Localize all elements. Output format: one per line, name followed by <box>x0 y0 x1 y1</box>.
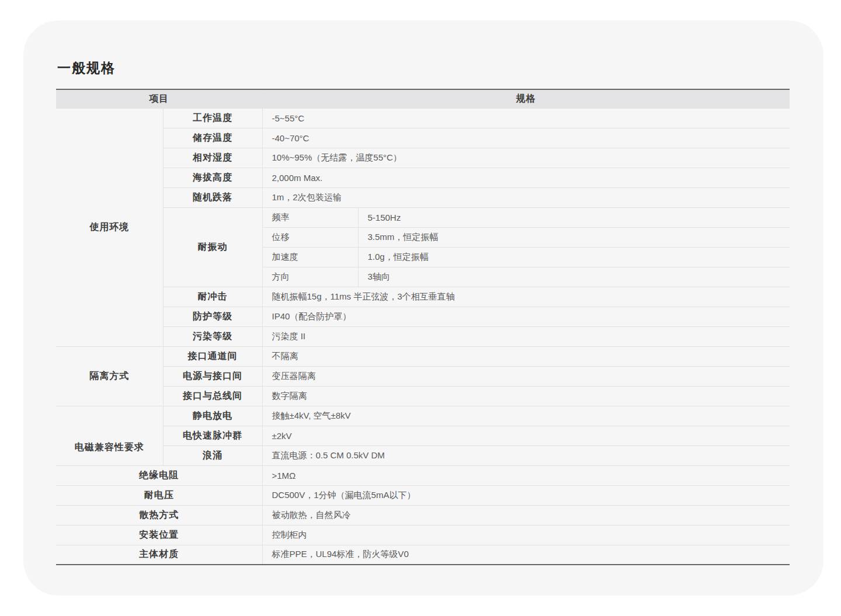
cell-subkey-vibration-frequency: 频率 <box>262 207 358 227</box>
cell-label-electrostatic-discharge: 静电放电 <box>163 406 262 426</box>
spec-row-mounting-location: 安装位置控制柜内 <box>56 525 790 545</box>
spec-row-body-material: 主体材质标准PPE，UL94标准，防火等级V0 <box>56 545 790 565</box>
page-title: 一般规格 <box>57 59 116 77</box>
spec-row-electrostatic-discharge: 电磁兼容性要求静电放电接触±4kV, 空气±8kV <box>56 406 790 426</box>
cell-label-insulation-resistance: 绝缘电阻 <box>56 465 262 485</box>
cell-value-altitude: 2,000m Max. <box>262 168 790 187</box>
label-vibration-resistance: 耐振动 <box>163 207 262 287</box>
cell-value-surge: 直流电源：0.5 CM 0.5kV DM <box>262 446 790 465</box>
cell-label-protection-rating: 防护等级 <box>163 307 262 326</box>
cell-value-power-interface-isolation: 变压器隔离 <box>262 366 790 386</box>
cell-value-vibration-direction: 3轴向 <box>358 267 790 287</box>
cell-value-body-material: 标准PPE，UL94标准，防火等级V0 <box>262 545 790 565</box>
cell-label-interface-bus-isolation: 接口与总线间 <box>163 386 262 406</box>
spec-row-surge: 浪涌直流电源：0.5 CM 0.5kV DM <box>56 446 790 465</box>
cell-value-pollution-degree: 污染度 II <box>262 326 790 346</box>
cell-value-mounting-location: 控制柜内 <box>262 525 790 545</box>
cell-value-vibration-displacement: 3.5mm，恒定振幅 <box>358 227 790 247</box>
cell-value-insulation-resistance: >1MΩ <box>262 465 790 485</box>
spec-table: 项目规格 使用环境工作温度-5~55°C储存温度-40~70°C相对湿度10%~… <box>56 89 790 565</box>
cell-value-working-temperature: -5~55°C <box>262 108 790 128</box>
cell-value-fast-transient-burst: ±2kV <box>262 426 790 446</box>
cell-value-vibration-acceleration: 1.0g，恒定振幅 <box>358 247 790 267</box>
cell-label-shock-resistance: 耐冲击 <box>163 287 262 307</box>
cell-value-storage-temperature: -40~70°C <box>262 128 790 148</box>
cell-value-vibration-frequency: 5-150Hz <box>358 207 790 227</box>
spec-row-withstand-voltage: 耐电压DC500V，1分钟（漏电流5mA以下） <box>56 485 790 505</box>
cell-value-withstand-voltage: DC500V，1分钟（漏电流5mA以下） <box>262 485 790 505</box>
spec-row-relative-humidity: 相对湿度10%~95%（无结露，温度55°C） <box>56 148 790 168</box>
spec-row-insulation-resistance: 绝缘电阻>1MΩ <box>56 465 790 485</box>
cell-value-interface-channel-isolation: 不隔离 <box>262 346 790 366</box>
column-header-spec: 规格 <box>262 89 790 108</box>
cell-value-protection-rating: IP40（配合防护罩） <box>262 307 790 326</box>
spec-row-interface-bus-isolation: 接口与总线间数字隔离 <box>56 386 790 406</box>
spec-row-cooling-method: 散热方式被动散热，自然风冷 <box>56 505 790 525</box>
cell-label-mounting-location: 安装位置 <box>56 525 262 545</box>
group-isolation-method: 隔离方式 <box>56 346 163 406</box>
group-usage-environment: 使用环境 <box>56 108 163 346</box>
spec-row-altitude: 海拔高度2,000m Max. <box>56 168 790 187</box>
spec-row-vibration-frequency: 耐振动频率5-150Hz <box>56 207 790 227</box>
cell-subkey-vibration-direction: 方向 <box>262 267 358 287</box>
spec-row-working-temperature: 使用环境工作温度-5~55°C <box>56 108 790 128</box>
spec-row-storage-temperature: 储存温度-40~70°C <box>56 128 790 148</box>
cell-label-power-interface-isolation: 电源与接口间 <box>163 366 262 386</box>
cell-label-withstand-voltage: 耐电压 <box>56 485 262 505</box>
cell-value-random-drop: 1m，2次包装运输 <box>262 187 790 207</box>
cell-label-fast-transient-burst: 电快速脉冲群 <box>163 426 262 446</box>
cell-label-working-temperature: 工作温度 <box>163 108 262 128</box>
cell-label-body-material: 主体材质 <box>56 545 262 565</box>
column-header-item: 项目 <box>56 89 262 108</box>
spec-row-power-interface-isolation: 电源与接口间变压器隔离 <box>56 366 790 386</box>
cell-label-altitude: 海拔高度 <box>163 168 262 187</box>
spec-row-interface-channel-isolation: 隔离方式接口通道间不隔离 <box>56 346 790 366</box>
spec-row-shock-resistance: 耐冲击随机振幅15g，11ms 半正弦波，3个相互垂直轴 <box>56 287 790 307</box>
spec-table-body: 使用环境工作温度-5~55°C储存温度-40~70°C相对湿度10%~95%（无… <box>56 108 790 565</box>
spec-row-protection-rating: 防护等级IP40（配合防护罩） <box>56 307 790 326</box>
spec-row-pollution-degree: 污染等级污染度 II <box>56 326 790 346</box>
group-emc-requirements: 电磁兼容性要求 <box>56 406 163 465</box>
cell-value-relative-humidity: 10%~95%（无结露，温度55°C） <box>262 148 790 168</box>
cell-label-random-drop: 随机跌落 <box>163 187 262 207</box>
cell-subkey-vibration-acceleration: 加速度 <box>262 247 358 267</box>
spec-row-random-drop: 随机跌落1m，2次包装运输 <box>56 187 790 207</box>
spec-row-fast-transient-burst: 电快速脉冲群±2kV <box>56 426 790 446</box>
cell-label-surge: 浪涌 <box>163 446 262 465</box>
cell-value-shock-resistance: 随机振幅15g，11ms 半正弦波，3个相互垂直轴 <box>262 287 790 307</box>
cell-label-cooling-method: 散热方式 <box>56 505 262 525</box>
cell-value-interface-bus-isolation: 数字隔离 <box>262 386 790 406</box>
cell-subkey-vibration-displacement: 位移 <box>262 227 358 247</box>
spec-card: 一般规格 项目规格 使用环境工作温度-5~55°C储存温度-40~70°C相对湿… <box>23 20 823 596</box>
cell-label-pollution-degree: 污染等级 <box>163 326 262 346</box>
cell-label-storage-temperature: 储存温度 <box>163 128 262 148</box>
spec-header-row: 项目规格 <box>56 89 790 108</box>
cell-label-relative-humidity: 相对湿度 <box>163 148 262 168</box>
cell-label-interface-channel-isolation: 接口通道间 <box>163 346 262 366</box>
cell-value-electrostatic-discharge: 接触±4kV, 空气±8kV <box>262 406 790 426</box>
cell-value-cooling-method: 被动散热，自然风冷 <box>262 505 790 525</box>
